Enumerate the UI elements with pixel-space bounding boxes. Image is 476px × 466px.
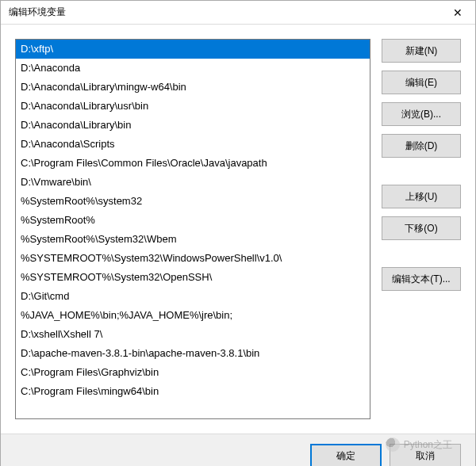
main-row: D:\xftp\D:\AnacondaD:\Anaconda\Library\m… (15, 39, 461, 419)
list-item[interactable]: D:\Anaconda\Library\usr\bin (16, 97, 370, 116)
list-item[interactable]: C:\Program Files\Common Files\Oracle\Jav… (16, 154, 370, 173)
list-item[interactable]: %SystemRoot%\System32\Wbem (16, 230, 370, 249)
list-item[interactable]: D:\apache-maven-3.8.1-bin\apache-maven-3… (16, 344, 370, 363)
list-item[interactable]: %SYSTEMROOT%\System32\WindowsPowerShell\… (16, 249, 370, 268)
dialog-window: 编辑环境变量 ✕ D:\xftp\D:\AnacondaD:\Anaconda\… (0, 0, 476, 466)
list-item[interactable]: D:\Anaconda\Library\bin (16, 116, 370, 135)
list-item[interactable]: %SystemRoot% (16, 211, 370, 230)
list-item[interactable]: %SYSTEMROOT%\System32\OpenSSH\ (16, 268, 370, 287)
move-down-button[interactable]: 下移(O) (382, 216, 461, 240)
watermark-icon (386, 437, 400, 452)
list-item[interactable]: %JAVA_HOME%\bin;%JAVA_HOME%\jre\bin; (16, 306, 370, 325)
list-item[interactable]: D:\xshell\Xshell 7\ (16, 325, 370, 344)
path-listbox[interactable]: D:\xftp\D:\AnacondaD:\Anaconda\Library\m… (15, 39, 370, 419)
list-item[interactable]: D:\Git\cmd (16, 287, 370, 306)
list-item[interactable]: C:\Program Files\Graphviz\bin (16, 363, 370, 382)
button-column: 新建(N) 编辑(E) 浏览(B)... 删除(D) 上移(U) 下移(O) 编… (382, 39, 461, 419)
edit-button[interactable]: 编辑(E) (382, 71, 461, 94)
close-icon: ✕ (453, 6, 463, 19)
window-title: 编辑环境变量 (9, 6, 66, 19)
list-item[interactable]: D:\Anaconda\Scripts (16, 135, 370, 154)
list-item[interactable]: D:\Vmware\bin\ (16, 173, 370, 192)
titlebar: 编辑环境变量 ✕ (1, 1, 475, 25)
ok-button[interactable]: 确定 (310, 444, 382, 466)
list-item[interactable]: C:\Program Files\mingw64\bin (16, 382, 370, 401)
close-button[interactable]: ✕ (440, 1, 475, 25)
browse-button[interactable]: 浏览(B)... (382, 102, 461, 126)
list-item[interactable]: D:\xftp\ (16, 40, 370, 59)
new-button[interactable]: 新建(N) (382, 39, 461, 63)
list-item[interactable]: D:\Anaconda\Library\mingw-w64\bin (16, 78, 370, 97)
content-area: D:\xftp\D:\AnacondaD:\Anaconda\Library\m… (1, 25, 475, 434)
move-up-button[interactable]: 上移(U) (382, 185, 461, 208)
delete-button[interactable]: 删除(D) (382, 134, 461, 158)
edit-text-button[interactable]: 编辑文本(T)... (382, 267, 461, 291)
list-item[interactable]: %SystemRoot%\system32 (16, 192, 370, 211)
watermark: Python之王 (386, 437, 452, 452)
list-item[interactable]: D:\Anaconda (16, 59, 370, 78)
watermark-text: Python之王 (404, 438, 452, 452)
